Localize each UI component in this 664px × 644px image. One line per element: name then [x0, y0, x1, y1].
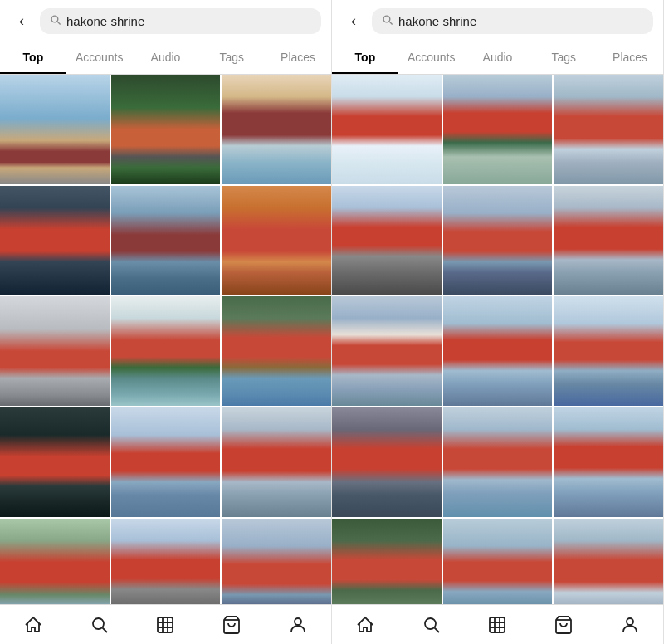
grid-image-13[interactable] [111, 519, 221, 604]
left-panel: ‹ hakone shrine Top Accounts Audio Tags … [0, 0, 332, 644]
svg-point-2 [93, 618, 104, 629]
right-tabs: Top Accounts Audio Tags Places [332, 42, 663, 75]
right-tab-accounts[interactable]: Accounts [398, 42, 465, 74]
grid-image-11[interactable] [222, 407, 331, 517]
svg-point-6 [295, 618, 301, 625]
left-tabs: Top Accounts Audio Tags Places [0, 42, 331, 75]
left-grid-area [0, 75, 331, 604]
right-nav-reels[interactable] [486, 613, 509, 637]
left-nav-home[interactable] [22, 613, 45, 637]
svg-line-10 [434, 627, 439, 632]
left-tab-places[interactable]: Places [265, 42, 331, 74]
svg-rect-4 [158, 617, 173, 632]
right-tab-audio[interactable]: Audio [465, 42, 531, 74]
left-tab-audio[interactable]: Audio [133, 42, 199, 74]
left-nav-reels[interactable] [154, 613, 177, 637]
left-nav-search[interactable] [88, 613, 111, 637]
right-bottom-nav [332, 604, 663, 644]
left-search-icon [50, 14, 61, 28]
left-nav-profile[interactable] [286, 613, 310, 637]
grid-image-14[interactable] [554, 519, 663, 604]
right-back-button[interactable]: ‹ [342, 10, 365, 33]
right-tab-places[interactable]: Places [597, 42, 663, 74]
grid-image-4[interactable] [111, 186, 221, 295]
grid-image-3[interactable] [332, 186, 442, 295]
right-search-query: hakone shrine [398, 14, 476, 28]
svg-point-7 [383, 16, 390, 22]
right-nav-search[interactable] [420, 613, 443, 637]
grid-image-2[interactable] [554, 75, 663, 184]
svg-line-1 [57, 22, 61, 25]
grid-image-1[interactable] [443, 75, 553, 184]
right-search-input-wrap[interactable]: hakone shrine [372, 8, 653, 34]
left-tab-accounts[interactable]: Accounts [66, 42, 133, 74]
right-nav-home[interactable] [354, 613, 377, 637]
grid-image-2[interactable] [222, 75, 331, 184]
left-back-button[interactable]: ‹ [10, 10, 33, 33]
grid-image-3[interactable] [0, 186, 110, 295]
right-image-grid [332, 75, 663, 604]
grid-image-12[interactable] [332, 519, 442, 604]
svg-point-13 [627, 618, 633, 625]
svg-point-9 [425, 618, 436, 629]
svg-rect-11 [490, 617, 505, 632]
grid-image-1[interactable] [111, 75, 221, 184]
left-nav-shop[interactable] [220, 613, 243, 637]
grid-image-6[interactable] [332, 296, 442, 406]
grid-image-9[interactable] [332, 407, 442, 517]
grid-image-14[interactable] [222, 519, 331, 604]
grid-image-6[interactable] [0, 296, 110, 406]
grid-image-0[interactable] [0, 75, 110, 184]
grid-image-0[interactable] [332, 75, 442, 184]
grid-image-5[interactable] [222, 186, 331, 295]
grid-image-7[interactable] [111, 296, 221, 406]
grid-image-10[interactable] [443, 407, 553, 517]
left-image-grid [0, 75, 331, 604]
right-tab-top[interactable]: Top [332, 42, 398, 74]
left-back-icon: ‹ [19, 12, 24, 30]
grid-image-13[interactable] [443, 519, 553, 604]
left-tab-tags[interactable]: Tags [198, 42, 265, 74]
grid-image-4[interactable] [443, 186, 553, 295]
right-search-icon [382, 14, 393, 28]
grid-image-9[interactable] [0, 407, 110, 517]
right-back-icon: ‹ [351, 12, 356, 30]
grid-image-8[interactable] [554, 296, 663, 406]
left-search-input-wrap[interactable]: hakone shrine [40, 8, 321, 34]
left-tab-top[interactable]: Top [0, 42, 66, 74]
left-search-query: hakone shrine [66, 14, 144, 28]
grid-image-5[interactable] [554, 186, 663, 295]
grid-image-7[interactable] [443, 296, 553, 406]
svg-point-0 [51, 16, 58, 22]
grid-image-12[interactable] [0, 519, 110, 604]
svg-line-8 [389, 22, 393, 25]
right-search-bar: ‹ hakone shrine [332, 0, 663, 42]
right-grid-area [332, 75, 663, 604]
right-nav-shop[interactable] [552, 613, 575, 637]
right-panel: ‹ hakone shrine Top Accounts Audio Tags … [332, 0, 664, 644]
left-search-bar: ‹ hakone shrine [0, 0, 331, 42]
grid-image-10[interactable] [111, 407, 221, 517]
grid-image-11[interactable] [554, 407, 663, 517]
right-tab-tags[interactable]: Tags [530, 42, 597, 74]
left-bottom-nav [0, 604, 331, 644]
svg-line-3 [102, 627, 107, 632]
grid-image-8[interactable] [222, 296, 331, 406]
right-nav-profile[interactable] [618, 613, 642, 637]
